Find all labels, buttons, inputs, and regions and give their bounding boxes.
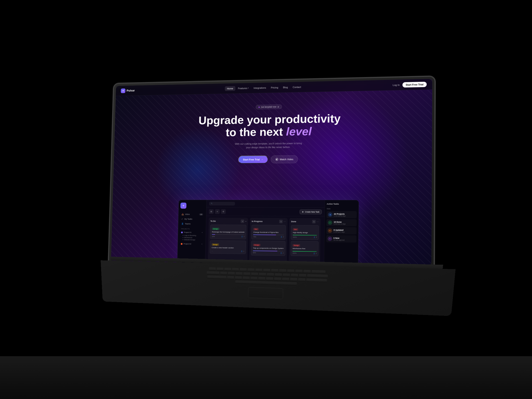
sidebar-sub-logo: Logo & Branding (180, 234, 204, 236)
sidebar-item-tasks[interactable]: ✓ My Tasks (180, 217, 204, 221)
card-progress (212, 234, 245, 235)
done-card-1[interactable]: Dev High-fidelity design 100%👤 3 (291, 225, 319, 240)
key (266, 277, 273, 281)
tasks-icon: ✓ (181, 218, 183, 220)
key (274, 278, 281, 281)
card-title-6: Wireframes flow (293, 248, 317, 250)
settings-button[interactable]: ⚙ (221, 209, 226, 214)
hero-section: Get template now ▶ Upgrade your producti… (114, 89, 432, 176)
badge-arrow: ▶ (278, 106, 279, 108)
inbox-icon: 📥 (182, 213, 184, 215)
hero-title: Upgrade your productivity to the next le… (198, 112, 341, 139)
key (282, 278, 289, 281)
dashboard-sidebar: + 📥 Inbox 23 ✓ My Tasks 👤 Teams (177, 200, 207, 263)
nav-home[interactable]: Home (225, 86, 235, 91)
key (263, 269, 270, 272)
card-meta-4: 80%👤 2 (253, 252, 284, 254)
key (291, 274, 298, 277)
hero-start-trial-button[interactable]: Start Free Trial → (238, 155, 268, 163)
laptop-base (89, 260, 443, 309)
dashboard-toolbar: ⊞ ≡ ⚙ ⊕ Create New Task (206, 208, 324, 216)
done-card-2[interactable]: Design Wireframes flow 100%👤 2 (291, 241, 318, 256)
project-02-expand: ▾ (202, 243, 202, 245)
todo-card-2[interactable]: Design Create a new header section —👤 1 (210, 240, 246, 254)
projects-number: 44 Projects (334, 213, 355, 215)
create-task-label: Create New Task (305, 211, 319, 213)
sidebar-projects-label: PROJECTS (180, 226, 204, 231)
key (287, 269, 295, 273)
laptop-lid: ✦ Pulsar Home Features ▾ Integrations Pr… (108, 76, 436, 270)
updated-desc: In the last 3 days (334, 231, 355, 233)
teams-icon: 👤 (181, 223, 184, 225)
list-view-button[interactable]: ≡ (215, 209, 220, 214)
key (275, 273, 282, 277)
card-progress-5 (292, 251, 317, 252)
hero-buttons: Start Free Trial → ▶ Watch Video (238, 155, 298, 163)
sidebar-project-01[interactable]: Project 01 ▾ (180, 231, 204, 234)
card-title: Redesign the homepage of Suited website (212, 231, 245, 234)
new-desc: No new approval (333, 239, 355, 241)
key (232, 268, 239, 271)
arrow-icon: → (261, 158, 263, 161)
projects-icon: ◈ (328, 212, 332, 217)
nav-contact[interactable]: Contact (290, 84, 303, 89)
done-desc: In the last 11 days (334, 223, 355, 225)
inprogress-add[interactable]: ⋯ (284, 220, 286, 223)
stats-panel: Active Tasks Stats ◈ 44 Projects In the … (324, 200, 359, 265)
inprogress-header: In Progress 3 ⋯ (252, 220, 286, 223)
hero-watch-video-button[interactable]: ▶ Watch Video (271, 155, 298, 163)
hero-subtitle: With our cutting-edge template, you'll u… (233, 141, 304, 150)
sidebar-item-inbox[interactable]: 📥 Inbox 23 (180, 212, 204, 216)
hero-title-line1: Upgrade your productivity (198, 112, 341, 127)
search-input[interactable]: 🔍 (209, 202, 235, 205)
key (299, 274, 306, 277)
key (295, 270, 303, 273)
sidebar-item-teams[interactable]: 👤 Teams (180, 222, 204, 226)
card-title-5: High-fidelity design (293, 231, 317, 234)
laptop-keyboard (101, 260, 456, 316)
trackpad[interactable] (248, 287, 283, 299)
key (220, 272, 227, 275)
card-meta-6: 100%👤 2 (292, 252, 317, 254)
done-more[interactable]: ⋯ (317, 221, 319, 223)
nav-integrations[interactable]: Integrations (251, 85, 268, 90)
nav-blog[interactable]: Blog (281, 85, 290, 89)
tasks-label: My Tasks (184, 218, 192, 220)
project-01-dot (181, 231, 183, 233)
card-tag: Design (212, 228, 219, 230)
inprogress-card-1[interactable]: Dev Change thumbnail of Figma files 75%👤… (251, 225, 286, 240)
inprogress-card-2[interactable]: Design Tidy up components on Design Syst… (251, 241, 285, 256)
card-tag-6: Design (293, 244, 300, 247)
key (267, 273, 274, 276)
nav-pricing[interactable]: Pricing (269, 85, 280, 90)
key (306, 279, 327, 282)
nav-start-trial-button[interactable]: Start Free Trial (402, 82, 426, 87)
key (227, 276, 234, 279)
dashboard-preview: + 📥 Inbox 23 ✓ My Tasks 👤 Teams (177, 200, 359, 265)
screen-bezel: ✦ Pulsar Home Features ▾ Integrations Pr… (111, 79, 432, 266)
sidebar-project-02[interactable]: Project 02 ▾ (180, 242, 204, 246)
dashboard-main: 🔍 ⊞ ≡ ⚙ ⊕ Create New Task (205, 200, 325, 265)
done-title: Done (291, 220, 296, 222)
todo-add[interactable]: + (245, 220, 247, 222)
grid-view-button[interactable]: ⊞ (209, 209, 214, 214)
create-task-icon: ⊕ (302, 211, 304, 213)
active-tasks-title: Active Tasks (327, 202, 357, 206)
card-title-4: Tidy up components on Design System (253, 247, 284, 250)
create-task-button[interactable]: ⊕ Create New Task (299, 209, 322, 214)
card-title-3: Change thumbnail of Figma files (253, 231, 284, 234)
todo-card-1[interactable]: Design Redesign the homepage of Suited w… (210, 225, 247, 239)
sidebar-add-button[interactable]: + (180, 203, 186, 209)
projects-info: 44 Projects In the last 90 days (334, 213, 355, 217)
stat-new: + 6 New No new approval (326, 235, 357, 242)
badge-dot (259, 107, 260, 108)
new-icon: + (328, 236, 332, 241)
key (216, 267, 223, 271)
nav-features[interactable]: Features ▾ (236, 86, 251, 91)
teams-label: Teams (185, 223, 191, 225)
key (312, 270, 326, 273)
projects-desc: In the last 90 days (334, 215, 355, 216)
nav-login-button[interactable]: Log In (393, 83, 400, 86)
todo-count: 4 (241, 219, 244, 223)
key (279, 269, 286, 272)
